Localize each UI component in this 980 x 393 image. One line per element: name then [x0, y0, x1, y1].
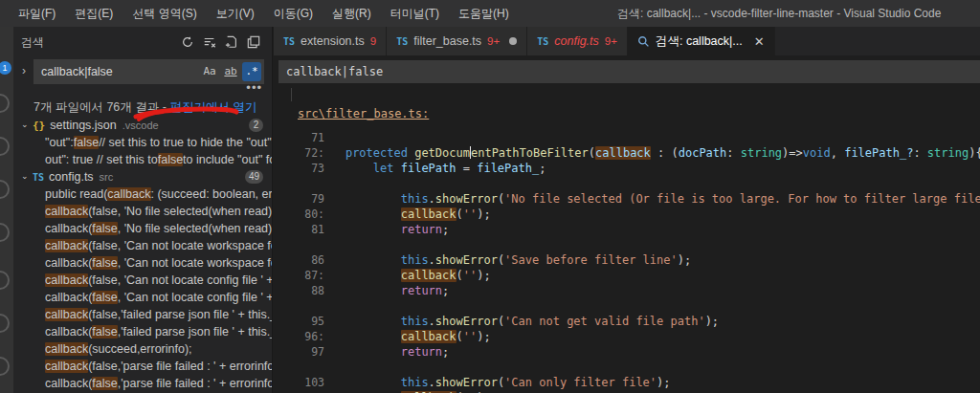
- code-line[interactable]: [274, 237, 980, 252]
- code-line[interactable]: [274, 176, 980, 191]
- typescript-file-icon: TS: [396, 36, 408, 47]
- search-input[interactable]: callback|false Aaab.*: [33, 59, 264, 84]
- search-result-row[interactable]: callback(false,'parse file failed : ' + …: [13, 375, 273, 392]
- code-line[interactable]: 97 return;: [274, 344, 980, 360]
- token: 'No file selected (Or file is too large.…: [504, 192, 980, 206]
- code-line[interactable]: 71: [274, 130, 980, 145]
- file-row[interactable]: ⌄{}settings.json.vscode2: [13, 117, 273, 134]
- token: ,: [831, 146, 844, 160]
- result-file-link[interactable]: src\filter_base.ts:: [298, 107, 429, 120]
- indent-guide: [291, 88, 292, 101]
- search-result-row[interactable]: callback(false, 'Can not locate config f…: [13, 289, 273, 306]
- search-result-row[interactable]: "out": false // set this to true to hide…: [13, 134, 273, 151]
- search-result-row[interactable]: callback(false, 'Can not locate workspac…: [13, 237, 273, 254]
- code-line[interactable]: 81 return;: [274, 222, 980, 237]
- code-line[interactable]: 95 this.showError('Can not get valid fil…: [274, 314, 980, 329]
- chevron-down-icon[interactable]: ⌄: [21, 171, 33, 181]
- token: :: [726, 146, 740, 160]
- code-line[interactable]: [274, 360, 980, 375]
- menu-item[interactable]: 파일(F): [10, 3, 64, 25]
- collapse-all-icon[interactable]: [247, 35, 260, 49]
- menu-item[interactable]: 도움말(H): [450, 3, 518, 25]
- tab-search-editor[interactable]: 검색: callback|...✕: [628, 27, 775, 55]
- match-case-icon[interactable]: Aa: [200, 62, 219, 81]
- tab-extension.ts[interactable]: TSextension.ts9: [274, 27, 387, 55]
- file-row[interactable]: ⌄TSconfig.tssrc49: [13, 168, 273, 186]
- token: [318, 330, 401, 343]
- code-line[interactable]: 87: callback('');: [274, 268, 980, 283]
- token: [318, 192, 401, 206]
- search-result-row[interactable]: public read(callback : (succeed: boolean…: [13, 186, 273, 203]
- refresh-icon[interactable]: [181, 35, 194, 49]
- code-text: this.showError('Save before filter line'…: [318, 252, 691, 268]
- open-in-editor-link[interactable]: 편집기에서 열기: [169, 100, 256, 114]
- token: [318, 146, 345, 160]
- code-line[interactable]: 86 this.showError('Save before filter li…: [274, 252, 980, 268]
- search-sidebar: 검색 › callback|false Aaab.*: [13, 27, 273, 393]
- toggle-details-icon[interactable]: •••: [246, 84, 262, 92]
- search-query-text[interactable]: callback|false: [34, 65, 200, 78]
- file-path: .vscode: [122, 120, 159, 131]
- token: showError: [435, 192, 498, 206]
- menu-item[interactable]: 보기(V): [208, 3, 263, 25]
- match-highlight: callback: [595, 146, 651, 160]
- menu-item[interactable]: 편집(E): [66, 3, 122, 25]
- search-editor[interactable]: callback|false src\filter_base.ts: 7172:…: [274, 55, 980, 393]
- search-result-row[interactable]: callback(false,'failed parse json file '…: [13, 323, 273, 340]
- menu-item[interactable]: 실행(R): [323, 3, 380, 25]
- token: return: [401, 345, 442, 359]
- code-text: callback('');: [318, 207, 491, 222]
- code-line[interactable]: 103 this.showError('Can only filter file…: [274, 375, 980, 390]
- code-line[interactable]: 79 this.showError('No file selected (Or …: [274, 191, 980, 207]
- code-line[interactable]: 88 return;: [274, 283, 980, 298]
- toggle-replace-chevron-icon[interactable]: ›: [17, 64, 31, 77]
- result-text: "out":: [45, 136, 74, 149]
- clear-results-icon[interactable]: [203, 35, 216, 49]
- tab-config.ts[interactable]: TSconfig.ts9+: [527, 27, 628, 55]
- tab-filter_base.ts[interactable]: TSfilter_base.ts9+: [387, 27, 527, 55]
- menu-item[interactable]: 터미널(T): [382, 3, 448, 25]
- problems-count: 9: [370, 35, 376, 47]
- code-line[interactable]: 73 let filePath = filePath_;: [274, 161, 980, 176]
- token: [318, 269, 401, 282]
- code-text: callback('');: [318, 268, 491, 283]
- token: );: [705, 315, 719, 328]
- result-text: (false,'failed parse json file ' + this.…: [88, 308, 273, 321]
- code-text: let filePath = filePath_;: [318, 161, 546, 176]
- menu-item[interactable]: 이동(G): [265, 3, 322, 25]
- modified-dot-icon[interactable]: [509, 37, 517, 45]
- chevron-down-icon[interactable]: ⌄: [21, 120, 33, 129]
- menu-item[interactable]: 선택 영역(S): [123, 3, 205, 25]
- search-result-row[interactable]: callback(false, 'No file selected(when r…: [13, 203, 273, 220]
- search-row: › callback|false Aaab.*: [13, 59, 272, 84]
- search-result-row[interactable]: callback(false,'parse file failed : ' + …: [13, 358, 273, 375]
- whole-word-icon[interactable]: ab: [221, 62, 240, 81]
- token: .: [429, 315, 435, 328]
- result-text: callback(: [45, 377, 92, 390]
- sidebar-title: 검색: [21, 34, 44, 51]
- token: this: [401, 253, 429, 267]
- search-editor-query-box[interactable]: callback|false: [278, 60, 980, 83]
- search-result-row[interactable]: callback(false, 'No file selected(when r…: [13, 220, 273, 237]
- search-result-row[interactable]: callback(false, 'Can not locate config f…: [13, 272, 273, 289]
- code-line[interactable]: 72: protected getDocumentPathToBeFilter(…: [274, 145, 980, 161]
- file-path: src: [100, 171, 114, 183]
- search-result-row[interactable]: callback(false, 'Can not locate workspac…: [13, 254, 273, 272]
- close-icon[interactable]: ✕: [754, 34, 765, 49]
- search-result-row[interactable]: callback(succeed,errorinfo);: [13, 340, 273, 358]
- search-result-row[interactable]: out": true // set this to false to inclu…: [13, 151, 273, 168]
- match-highlight: false: [92, 325, 117, 338]
- use-regex-icon[interactable]: .*: [242, 62, 261, 81]
- activity-bar[interactable]: 1: [0, 27, 13, 393]
- token: '': [463, 330, 477, 343]
- token: let: [373, 162, 401, 175]
- code-line[interactable]: 80: callback('');: [274, 207, 980, 222]
- search-editor-query[interactable]: callback|false: [278, 65, 383, 78]
- token: filePath_?: [844, 146, 913, 160]
- new-search-editor-icon[interactable]: [225, 35, 238, 49]
- search-result-row[interactable]: callback(false,'failed parse json file '…: [13, 306, 273, 323]
- match-highlight: callback: [45, 342, 88, 356]
- token: string: [741, 146, 782, 160]
- code-line[interactable]: 96: callback('');: [274, 329, 980, 344]
- code-line[interactable]: [274, 298, 980, 314]
